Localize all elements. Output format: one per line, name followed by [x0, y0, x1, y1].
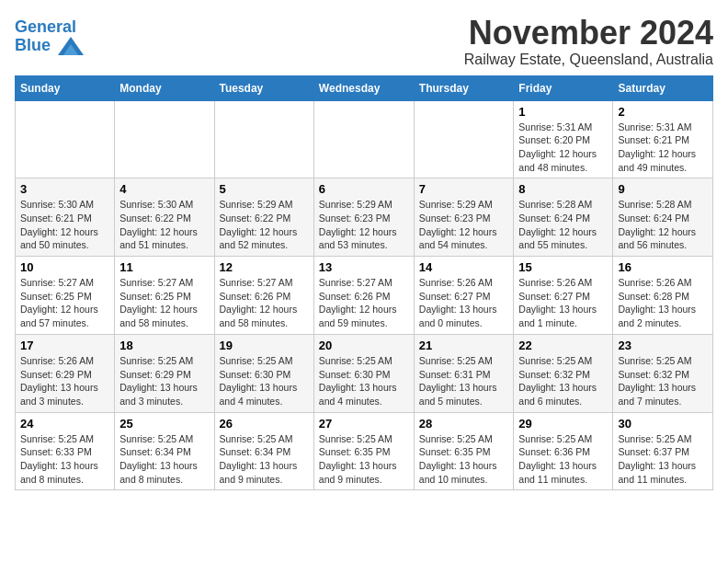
day-info: Sunrise: 5:25 AM Sunset: 6:29 PM Dayligh… — [119, 354, 209, 408]
day-number: 11 — [119, 260, 209, 274]
day-number: 17 — [20, 339, 109, 352]
day-cell: 3Sunrise: 5:30 AM Sunset: 6:21 PM Daylig… — [16, 178, 115, 257]
day-info: Sunrise: 5:25 AM Sunset: 6:34 PM Dayligh… — [220, 432, 309, 487]
day-number: 26 — [220, 417, 309, 431]
calendar-title-area: November 2024 Railway Estate, Queensland… — [464, 15, 713, 68]
day-number: 21 — [419, 339, 509, 352]
day-cell: 13Sunrise: 5:27 AM Sunset: 6:26 PM Dayli… — [313, 257, 414, 335]
day-info: Sunrise: 5:25 AM Sunset: 6:35 PM Dayligh… — [319, 432, 409, 487]
logo: General Blue — [15, 18, 84, 55]
day-cell: 26Sunrise: 5:25 AM Sunset: 6:34 PM Dayli… — [214, 412, 313, 490]
week-row-5: 24Sunrise: 5:25 AM Sunset: 6:33 PM Dayli… — [16, 412, 713, 490]
day-cell: 15Sunrise: 5:26 AM Sunset: 6:27 PM Dayli… — [514, 257, 613, 335]
day-cell: 22Sunrise: 5:25 AM Sunset: 6:32 PM Dayli… — [514, 334, 613, 412]
day-cell: 30Sunrise: 5:25 AM Sunset: 6:37 PM Dayli… — [613, 412, 713, 490]
weekday-header-row: SundayMondayTuesdayWednesdayThursdayFrid… — [16, 75, 713, 100]
day-cell: 5Sunrise: 5:29 AM Sunset: 6:22 PM Daylig… — [214, 178, 313, 257]
day-cell: 18Sunrise: 5:25 AM Sunset: 6:29 PM Dayli… — [115, 334, 214, 412]
weekday-header-thursday: Thursday — [414, 75, 514, 100]
day-info: Sunrise: 5:25 AM Sunset: 6:36 PM Dayligh… — [518, 432, 608, 487]
day-info: Sunrise: 5:26 AM Sunset: 6:29 PM Dayligh… — [20, 354, 109, 408]
day-cell: 12Sunrise: 5:27 AM Sunset: 6:26 PM Dayli… — [214, 257, 313, 335]
day-cell — [313, 100, 414, 178]
day-number: 7 — [419, 182, 509, 196]
day-cell: 17Sunrise: 5:26 AM Sunset: 6:29 PM Dayli… — [16, 334, 115, 412]
day-cell: 6Sunrise: 5:29 AM Sunset: 6:23 PM Daylig… — [313, 178, 414, 257]
day-info: Sunrise: 5:28 AM Sunset: 6:24 PM Dayligh… — [618, 198, 708, 252]
weekday-header-friday: Friday — [514, 75, 613, 100]
logo-blue: Blue — [15, 36, 51, 54]
day-info: Sunrise: 5:26 AM Sunset: 6:28 PM Dayligh… — [618, 276, 708, 330]
day-cell: 19Sunrise: 5:25 AM Sunset: 6:30 PM Dayli… — [214, 334, 313, 412]
day-info: Sunrise: 5:31 AM Sunset: 6:21 PM Dayligh… — [618, 121, 708, 175]
day-cell — [414, 100, 514, 178]
weekday-header-monday: Monday — [115, 75, 214, 100]
day-info: Sunrise: 5:25 AM Sunset: 6:32 PM Dayligh… — [618, 354, 708, 408]
day-number: 18 — [119, 339, 209, 352]
day-cell: 7Sunrise: 5:29 AM Sunset: 6:23 PM Daylig… — [414, 178, 514, 257]
day-number: 14 — [419, 260, 509, 274]
day-info: Sunrise: 5:25 AM Sunset: 6:33 PM Dayligh… — [20, 432, 109, 487]
day-cell: 23Sunrise: 5:25 AM Sunset: 6:32 PM Dayli… — [613, 334, 713, 412]
week-row-3: 10Sunrise: 5:27 AM Sunset: 6:25 PM Dayli… — [16, 257, 713, 335]
day-number: 30 — [618, 417, 708, 431]
day-number: 24 — [20, 417, 109, 431]
day-number: 29 — [518, 417, 608, 431]
day-info: Sunrise: 5:25 AM Sunset: 6:37 PM Dayligh… — [618, 432, 708, 487]
day-number: 25 — [119, 417, 209, 431]
day-info: Sunrise: 5:27 AM Sunset: 6:25 PM Dayligh… — [119, 276, 209, 330]
day-cell: 9Sunrise: 5:28 AM Sunset: 6:24 PM Daylig… — [613, 178, 713, 257]
day-cell: 29Sunrise: 5:25 AM Sunset: 6:36 PM Dayli… — [514, 412, 613, 490]
day-number: 2 — [618, 105, 708, 119]
weekday-header-wednesday: Wednesday — [313, 75, 414, 100]
day-info: Sunrise: 5:27 AM Sunset: 6:25 PM Dayligh… — [20, 276, 109, 330]
day-info: Sunrise: 5:27 AM Sunset: 6:26 PM Dayligh… — [319, 276, 409, 330]
day-info: Sunrise: 5:25 AM Sunset: 6:32 PM Dayligh… — [518, 354, 608, 408]
day-info: Sunrise: 5:25 AM Sunset: 6:30 PM Dayligh… — [319, 354, 409, 408]
day-number: 9 — [618, 182, 708, 196]
day-number: 13 — [319, 260, 409, 274]
day-cell: 28Sunrise: 5:25 AM Sunset: 6:35 PM Dayli… — [414, 412, 514, 490]
day-info: Sunrise: 5:30 AM Sunset: 6:22 PM Dayligh… — [119, 198, 209, 252]
week-row-1: 1Sunrise: 5:31 AM Sunset: 6:20 PM Daylig… — [16, 100, 713, 178]
day-info: Sunrise: 5:26 AM Sunset: 6:27 PM Dayligh… — [518, 276, 608, 330]
day-number: 10 — [20, 260, 109, 274]
day-info: Sunrise: 5:27 AM Sunset: 6:26 PM Dayligh… — [220, 276, 309, 330]
logo-icon — [58, 37, 84, 55]
day-number: 22 — [518, 339, 608, 352]
day-info: Sunrise: 5:25 AM Sunset: 6:30 PM Dayligh… — [220, 354, 309, 408]
day-cell: 2Sunrise: 5:31 AM Sunset: 6:21 PM Daylig… — [613, 100, 713, 178]
day-number: 1 — [518, 105, 608, 119]
weekday-header-saturday: Saturday — [613, 75, 713, 100]
day-number: 20 — [319, 339, 409, 352]
day-info: Sunrise: 5:31 AM Sunset: 6:20 PM Dayligh… — [518, 121, 608, 175]
day-info: Sunrise: 5:30 AM Sunset: 6:21 PM Dayligh… — [20, 198, 109, 252]
day-number: 16 — [618, 260, 708, 274]
logo-general: General — [15, 17, 76, 36]
day-cell: 24Sunrise: 5:25 AM Sunset: 6:33 PM Dayli… — [16, 412, 115, 490]
day-cell: 14Sunrise: 5:26 AM Sunset: 6:27 PM Dayli… — [414, 257, 514, 335]
day-info: Sunrise: 5:25 AM Sunset: 6:34 PM Dayligh… — [119, 432, 209, 487]
day-number: 12 — [220, 260, 309, 274]
day-info: Sunrise: 5:26 AM Sunset: 6:27 PM Dayligh… — [419, 276, 509, 330]
week-row-4: 17Sunrise: 5:26 AM Sunset: 6:29 PM Dayli… — [16, 334, 713, 412]
day-number: 6 — [319, 182, 409, 196]
day-info: Sunrise: 5:25 AM Sunset: 6:35 PM Dayligh… — [419, 432, 509, 487]
day-info: Sunrise: 5:29 AM Sunset: 6:23 PM Dayligh… — [419, 198, 509, 252]
day-number: 19 — [220, 339, 309, 352]
day-number: 15 — [518, 260, 608, 274]
weekday-header-sunday: Sunday — [16, 75, 115, 100]
day-info: Sunrise: 5:25 AM Sunset: 6:31 PM Dayligh… — [419, 354, 509, 408]
day-cell: 25Sunrise: 5:25 AM Sunset: 6:34 PM Dayli… — [115, 412, 214, 490]
day-cell — [16, 100, 115, 178]
day-info: Sunrise: 5:29 AM Sunset: 6:23 PM Dayligh… — [319, 198, 409, 252]
day-cell: 16Sunrise: 5:26 AM Sunset: 6:28 PM Dayli… — [613, 257, 713, 335]
day-cell: 10Sunrise: 5:27 AM Sunset: 6:25 PM Dayli… — [16, 257, 115, 335]
day-number: 27 — [319, 417, 409, 431]
day-cell: 27Sunrise: 5:25 AM Sunset: 6:35 PM Dayli… — [313, 412, 414, 490]
day-cell: 8Sunrise: 5:28 AM Sunset: 6:24 PM Daylig… — [514, 178, 613, 257]
day-cell: 4Sunrise: 5:30 AM Sunset: 6:22 PM Daylig… — [115, 178, 214, 257]
day-number: 28 — [419, 417, 509, 431]
location-title: Railway Estate, Queensland, Australia — [464, 52, 713, 68]
month-title: November 2024 — [464, 15, 713, 52]
